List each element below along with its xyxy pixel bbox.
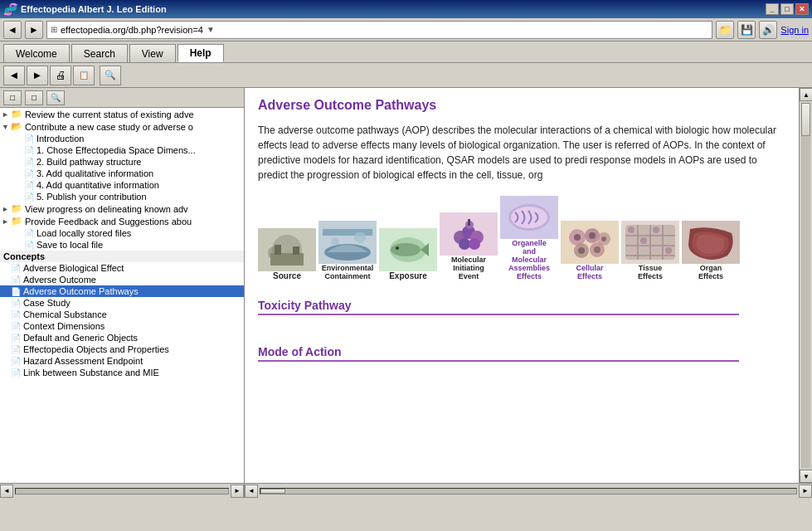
right-scroll-thumb[interactable] [260, 489, 285, 494]
tree-label: Chemical Substance [23, 309, 107, 319]
tree-item-adverse-outcome[interactable]: ► 📄 Adverse Outcome [0, 274, 244, 285]
tree-label: 3. Add qualitative information [36, 168, 153, 178]
title-bar-controls[interactable]: _ □ ✕ [766, 3, 809, 15]
right-scroll-left[interactable]: ◄ [245, 485, 258, 498]
back-nav-button[interactable]: ◄ [3, 66, 25, 85]
url-text[interactable]: effectopedia.org/db.php?revision=4 [61, 25, 203, 35]
tree-item-save-file[interactable]: ► 📄 Save to local file [0, 239, 244, 251]
tree-item-adverse-outcome-pathways[interactable]: ► 📄 Adverse Outcome Pathways [0, 285, 244, 297]
tree-label: Contribute a new case study or adverse o [25, 122, 193, 132]
env-label: EnvironmentalContainment [322, 264, 374, 280]
file-icon: 📄 [24, 192, 34, 202]
url-dropdown[interactable]: ▼ [207, 25, 215, 34]
tree-label: Context Dimensions [23, 321, 105, 331]
panel-view-button2[interactable]: □ [25, 90, 43, 105]
forward-button[interactable]: ► [25, 21, 43, 39]
tree-item-case-study[interactable]: ► 📄 Case Study [0, 297, 244, 309]
tree-item-context-dimensions[interactable]: ► 📄 Context Dimensions [0, 320, 244, 332]
right-scroll-right[interactable]: ► [799, 485, 812, 498]
scroll-up-button[interactable]: ▲ [800, 88, 812, 101]
tree-label: Provide Feedback and Suggestions abou [25, 217, 192, 227]
file-icon: 📄 [11, 368, 21, 378]
search-button[interactable]: 🔍 [100, 66, 121, 85]
svg-rect-23 [468, 219, 470, 226]
tree-item-hazard-assessment[interactable]: ► 📄 Hazard Assessment Endpoint [0, 355, 244, 367]
left-scroll-track[interactable] [15, 488, 229, 494]
forward-nav-button[interactable]: ► [27, 66, 48, 85]
tree-item-step3[interactable]: ► 📄 3. Add qualitative information [0, 168, 244, 179]
tree-label: Review the current status of existing ad… [25, 110, 194, 119]
pathway-tissue: TissueEffects [621, 221, 679, 280]
tree-item-effectopedia-objects[interactable]: ► 📄 Effectopedia Objects and Properties [0, 343, 244, 355]
left-panel-header: □ □ 🔍 [0, 88, 244, 108]
scroll-down-button[interactable]: ▼ [800, 470, 812, 483]
sign-in-link[interactable]: Sign in [780, 25, 809, 35]
content-title: Adverse Outcome Pathways [258, 98, 785, 113]
tab-search[interactable]: Search [71, 44, 128, 62]
left-scroll-left[interactable]: ◄ [0, 485, 13, 498]
panel-view-button1[interactable]: □ [3, 90, 22, 105]
tree-item-feedback[interactable]: ► 📁 Provide Feedback and Suggestions abo… [0, 215, 244, 227]
audio-button[interactable]: 🔊 [759, 21, 777, 39]
tree-label: Default and Generic Objects [23, 333, 138, 343]
organelle-image [500, 196, 558, 239]
svg-point-13 [391, 243, 421, 256]
tree-item-chemical-substance[interactable]: ► 📄 Chemical Substance [0, 309, 244, 320]
maximize-button[interactable]: □ [780, 3, 794, 15]
url-box[interactable]: ⊞ effectopedia.org/db.php?revision=4 ▼ [46, 21, 712, 39]
right-scrollbar[interactable]: ◄ ► [245, 484, 812, 498]
svg-point-9 [331, 237, 339, 246]
print-preview-button[interactable]: 📋 [73, 66, 95, 85]
menu-tabs: Welcome Search View Help [0, 41, 812, 63]
file-icon: 📄 [11, 264, 21, 273]
file-icon: 📄 [24, 158, 34, 167]
print-button[interactable]: 🖨 [50, 66, 71, 85]
close-button[interactable]: ✕ [795, 3, 809, 15]
svg-point-46 [628, 227, 635, 233]
file-icon: 📄 [24, 241, 34, 250]
back-button[interactable]: ◄ [3, 21, 22, 39]
tab-welcome[interactable]: Welcome [3, 44, 70, 62]
svg-point-20 [459, 238, 470, 250]
app-icon: 🧬 [3, 2, 17, 16]
bottom-bar: ◄ ► ◄ ► [0, 483, 812, 498]
tab-help[interactable]: Help [177, 44, 224, 62]
minimize-button[interactable]: _ [766, 3, 779, 15]
folder-button[interactable]: 📁 [716, 21, 734, 39]
tree-item-step1[interactable]: ► 📄 1. Chose Effectopedia Space Dimens..… [0, 144, 244, 156]
scroll-thumb[interactable] [801, 103, 810, 136]
molecular-image [440, 212, 498, 256]
address-bar: ◄ ► ⊞ effectopedia.org/db.php?revision=4… [0, 18, 812, 41]
tree-item-contribute[interactable]: ▼ 📂 Contribute a new case study or adver… [0, 120, 244, 133]
tree-label: 2. Build pathway structure [36, 157, 142, 167]
file-icon: 📄 [11, 310, 21, 319]
right-panel-container: ▲ ▼ Adverse Outcome Pathways The adverse… [245, 88, 812, 483]
tree-item-default-generic[interactable]: ► 📄 Default and Generic Objects [0, 332, 244, 343]
tree-label: 1. Chose Effectopedia Space Dimens... [36, 145, 196, 155]
tree-item-adverse-bio[interactable]: ► 📄 Adverse Biological Effect [0, 262, 244, 274]
scroll-track[interactable] [801, 103, 810, 468]
pathway-organ: OrganEffects [682, 221, 740, 280]
file-icon: 📄 [24, 229, 34, 238]
tree-item-review[interactable]: ► 📁 Review the current status of existin… [0, 108, 244, 120]
tree-item-load-files[interactable]: ► 📄 Load locally stored files [0, 227, 244, 239]
tree-label: Save to local file [36, 240, 103, 250]
right-panel: Adverse Outcome Pathways The adverse out… [245, 88, 799, 483]
tree-item-step5[interactable]: ► 📄 5. Publish your contribution [0, 191, 244, 202]
panel-search-button[interactable]: 🔍 [46, 90, 65, 105]
tab-view[interactable]: View [129, 44, 176, 62]
tree-item-link-substance[interactable]: ► 📄 Link between Substance and MIE [0, 367, 244, 378]
tree-item-view-progress[interactable]: ► 📁 View progress on delineating known a… [0, 202, 244, 215]
pathway-exposure: Exposure [379, 228, 437, 280]
tree-item-step4[interactable]: ► 📄 4. Add quantitative information [0, 179, 244, 191]
left-scrollbar[interactable]: ◄ ► [0, 484, 245, 498]
right-scroll-track[interactable] [260, 488, 797, 494]
left-scroll-right[interactable]: ► [231, 485, 244, 498]
save-button[interactable]: 💾 [737, 21, 756, 39]
file-icon: 📄 [24, 146, 34, 155]
tree-item-step2[interactable]: ► 📄 2. Build pathway structure [0, 156, 244, 168]
tree-item-introduction[interactable]: ► 📄 Introduction [0, 133, 244, 144]
file-icon: 📄 [11, 334, 21, 343]
expand-icon: ▼ [2, 123, 9, 131]
vertical-scrollbar[interactable]: ▲ ▼ [799, 88, 812, 483]
